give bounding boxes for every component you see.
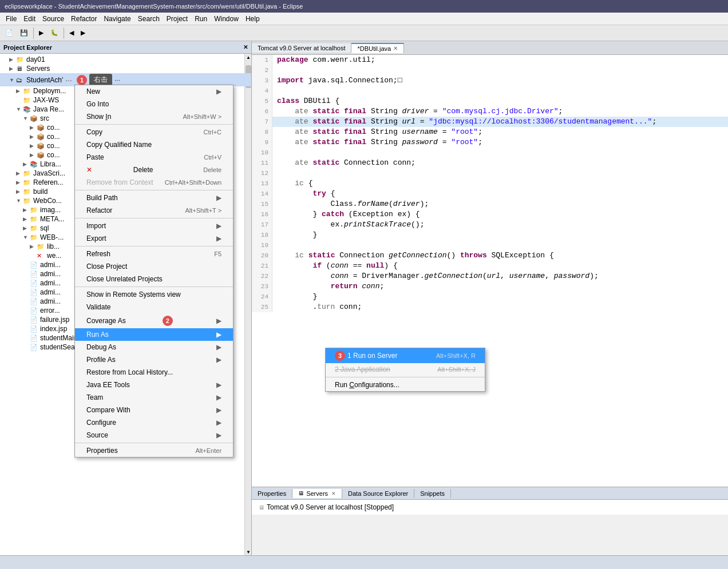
submenu-java-application[interactable]: 2 Java Application Alt+Shift+X, J <box>326 363 485 376</box>
submenu-arrow: ▶ <box>216 317 221 325</box>
ctx-shortcut: Delete <box>203 166 221 173</box>
ctx-label: Build Path <box>86 194 118 202</box>
ctx-shortcut: F5 <box>214 250 221 257</box>
ctx-properties[interactable]: Properties Alt+Enter <box>75 444 233 457</box>
step2-bubble: 2 <box>163 316 173 326</box>
context-menu[interactable]: New ▶ Go Into Show In Alt+Shift+W > Copy… <box>74 85 234 457</box>
submenu-arrow: ▶ <box>216 194 221 202</box>
submenu-label: 1 Run on Server <box>347 352 397 360</box>
ctx-label: Show in Remote Systems view <box>86 291 181 299</box>
ctx-overlay[interactable]: New ▶ Go Into Show In Alt+Shift+W > Copy… <box>0 0 728 569</box>
ctx-refresh[interactable]: Refresh F5 <box>75 248 233 260</box>
ctx-label: Team <box>86 393 103 401</box>
ctx-build-path[interactable]: Build Path ▶ <box>75 192 233 204</box>
submenu-sep <box>326 377 485 377</box>
ctx-label: New <box>86 87 100 96</box>
submenu-arrow: ▶ <box>216 87 221 96</box>
ctx-label: Validate <box>86 303 110 311</box>
submenu-arrow: ▶ <box>216 431 221 439</box>
ctx-copy[interactable]: Copy Ctrl+C <box>75 126 233 138</box>
submenu-arrow: ▶ <box>216 406 221 414</box>
ctx-paste[interactable]: Paste Ctrl+V <box>75 151 233 164</box>
ctx-label: Source <box>86 431 108 439</box>
ctx-label: Compare With <box>86 406 130 414</box>
ctx-label: Close Unrelated Projects <box>86 275 163 283</box>
ctx-label: Properties <box>86 447 118 455</box>
ctx-label: Remove from Context <box>86 178 153 186</box>
ctx-label: Go Into <box>86 100 109 108</box>
ctx-label: Delete <box>133 166 153 174</box>
submenu-arrow: ▶ <box>216 234 221 242</box>
ctx-sep <box>75 246 233 246</box>
ctx-profile-as[interactable]: Profile As ▶ <box>75 353 233 366</box>
submenu-run-configs[interactable]: Run Configurations... <box>326 379 485 391</box>
ctx-run-as[interactable]: Run As ▶ <box>75 328 233 341</box>
ctx-javaee-tools[interactable]: Java EE Tools ▶ <box>75 379 233 391</box>
submenu-shortcut: Alt+Shift+X, J <box>437 366 476 373</box>
ctx-shortcut: Ctrl+Alt+Shift+Down <box>165 179 221 186</box>
ctx-shortcut: Alt+Enter <box>196 447 222 454</box>
ctx-label: Configure <box>86 419 116 427</box>
ctx-new[interactable]: New ▶ <box>75 85 233 98</box>
step3-bubble: 3 <box>335 351 345 361</box>
ctx-sep <box>75 124 233 125</box>
ctx-compare-with[interactable]: Compare With ▶ <box>75 404 233 416</box>
ctx-coverage-as[interactable]: Coverage As 2 ▶ <box>75 313 233 328</box>
ctx-validate[interactable]: Validate <box>75 301 233 313</box>
ctx-import[interactable]: Import ▶ <box>75 220 233 232</box>
ctx-sep <box>75 287 233 287</box>
ctx-label: Export <box>86 234 106 242</box>
ctx-shortcut: Alt+Shift+T > <box>185 207 221 214</box>
ctx-label: Run As <box>86 331 109 339</box>
ctx-label: Import <box>86 222 106 230</box>
ctx-label: Paste <box>86 153 104 161</box>
ctx-sep <box>75 190 233 190</box>
ctx-label: Show In <box>86 113 111 121</box>
submenu-arrow: ▶ <box>216 381 221 389</box>
ctx-shortcut: Ctrl+C <box>204 129 221 136</box>
ctx-show-remote[interactable]: Show in Remote Systems view <box>75 288 233 301</box>
ctx-sep <box>75 218 233 218</box>
ctx-remove-context: Remove from Context Ctrl+Alt+Shift+Down <box>75 176 233 189</box>
ctx-refactor[interactable]: Refactor Alt+Shift+T > <box>75 204 233 217</box>
ctx-label: Copy <box>86 128 102 136</box>
ctx-team[interactable]: Team ▶ <box>75 391 233 404</box>
ctx-label: Java EE Tools <box>86 381 130 389</box>
ctx-shortcut: Alt+Shift+W > <box>183 113 222 120</box>
ctx-source[interactable]: Source ▶ <box>75 429 233 441</box>
submenu-shortcut: Alt+Shift+X, R <box>436 352 476 359</box>
run-server-label-wrap: 3 1 Run on Server <box>335 351 397 361</box>
submenu-arrow: ▶ <box>216 343 221 351</box>
submenu-arrow: ▶ <box>216 419 221 427</box>
ctx-label: Copy Qualified Name <box>86 141 152 149</box>
ctx-close-project[interactable]: Close Project <box>75 260 233 273</box>
submenu-label: Run Configurations... <box>335 381 399 389</box>
submenu-arrow: ▶ <box>216 393 221 401</box>
ctx-label: Profile As <box>86 356 116 364</box>
submenu-run-as[interactable]: 3 1 Run on Server Alt+Shift+X, R 2 Java … <box>325 348 485 392</box>
ctx-label: Close Project <box>86 262 127 270</box>
submenu-arrow: ▶ <box>216 331 221 339</box>
ctx-go-into[interactable]: Go Into <box>75 98 233 110</box>
ctx-label: Refresh <box>86 250 110 258</box>
submenu-arrow: ▶ <box>216 222 221 230</box>
ctx-show-in[interactable]: Show In Alt+Shift+W > <box>75 110 233 123</box>
ctx-copy-qualified[interactable]: Copy Qualified Name <box>75 138 233 151</box>
submenu-run-on-server[interactable]: 3 1 Run on Server Alt+Shift+X, R <box>326 348 485 363</box>
ctx-delete[interactable]: ✕ Delete Delete <box>75 164 233 176</box>
ctx-label: Debug As <box>86 343 116 351</box>
submenu-label: 2 Java Application <box>335 365 390 373</box>
ctx-label: Coverage As <box>86 317 126 325</box>
ctx-label: Refactor <box>86 206 112 214</box>
ctx-label: Restore from Local History... <box>86 368 173 376</box>
ctx-configure[interactable]: Configure ▶ <box>75 416 233 429</box>
ctx-shortcut: Ctrl+V <box>204 154 221 161</box>
ctx-restore-history[interactable]: Restore from Local History... <box>75 366 233 379</box>
ctx-debug-as[interactable]: Debug As ▶ <box>75 341 233 353</box>
ctx-close-unrelated[interactable]: Close Unrelated Projects <box>75 273 233 285</box>
ctx-sep <box>75 443 233 443</box>
delete-icon: ✕ <box>86 166 92 174</box>
ctx-export[interactable]: Export ▶ <box>75 232 233 245</box>
submenu-arrow: ▶ <box>216 356 221 364</box>
